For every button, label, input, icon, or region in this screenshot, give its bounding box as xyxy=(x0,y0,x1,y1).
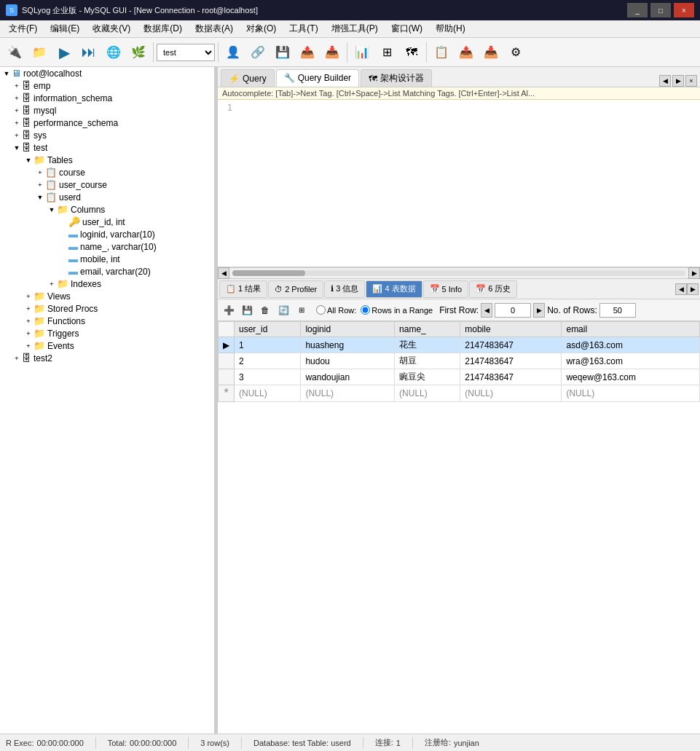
settings-button[interactable]: ⚙ xyxy=(504,41,527,64)
cell-user_id-1[interactable]: 1 xyxy=(235,337,301,353)
tree-col-name_[interactable]: ▬ name_, varchar(10) xyxy=(0,240,214,253)
th-mobile[interactable]: mobile xyxy=(460,322,562,337)
tree-db-sys[interactable]: + 🗄 sys xyxy=(0,129,214,141)
rows-range-radio-label[interactable]: Rows in a Range xyxy=(361,305,433,315)
first-row-prev-button[interactable]: ◀ xyxy=(481,303,492,318)
tree-folder-columns[interactable]: ▼ 📁 Columns xyxy=(0,203,214,216)
menu-window[interactable]: 窗口(W) xyxy=(385,22,428,36)
window-controls[interactable]: _ □ × xyxy=(627,3,694,17)
tree-folder-indexes[interactable]: + 📁 Indexes xyxy=(0,278,214,290)
menu-database[interactable]: 数据库(D) xyxy=(138,22,188,36)
cell-mobile-2[interactable]: 2147483647 xyxy=(460,353,562,369)
mysql-toggle[interactable]: + xyxy=(12,107,22,114)
import-button[interactable]: 🌿 xyxy=(127,41,150,64)
tree-folder-events[interactable]: + 📁 Events xyxy=(0,339,214,352)
tree-db-information_schema[interactable]: + 🗄 information_schema xyxy=(0,92,214,104)
cell-loginid-3[interactable]: wandoujian xyxy=(301,369,395,385)
data-save-button[interactable]: 💾 xyxy=(239,302,255,318)
all-row-radio[interactable] xyxy=(316,305,326,315)
tree-table-userd[interactable]: ▼ 📋 userd xyxy=(0,191,214,203)
cell-loginid-2[interactable]: hudou xyxy=(301,353,395,369)
refresh-button[interactable]: 🌐 xyxy=(102,41,125,64)
maximize-button[interactable]: □ xyxy=(650,3,671,17)
cell-mobile-3[interactable]: 2147483647 xyxy=(460,369,562,385)
table-row-new[interactable]: * (NULL) (NULL) (NULL) (NULL) (NULL) xyxy=(219,385,700,402)
test-toggle[interactable]: ▼ xyxy=(12,144,22,152)
no-of-rows-input[interactable] xyxy=(599,303,636,318)
columns-toggle[interactable]: ▼ xyxy=(47,206,57,213)
data-delete-button[interactable]: 🗑 xyxy=(257,302,273,318)
cell-name_-1[interactable]: 花生 xyxy=(395,337,460,353)
triggers-toggle[interactable]: + xyxy=(23,330,34,337)
user_course-toggle[interactable]: + xyxy=(35,181,45,189)
scroll-left-button[interactable]: ◀ xyxy=(218,267,229,279)
tab-query[interactable]: ⚡ Query xyxy=(221,69,275,87)
th-loginid[interactable]: loginid xyxy=(301,322,395,337)
tree-db-emp[interactable]: + 🗄 emp xyxy=(0,79,214,92)
cell-mobile-new[interactable]: (NULL) xyxy=(460,385,562,402)
grid-button[interactable]: ⊞ xyxy=(375,41,398,64)
tab-next-button[interactable]: ▶ xyxy=(672,75,684,87)
result-tab-results[interactable]: 📋 1 结果 xyxy=(219,280,267,298)
menu-object[interactable]: 对象(O) xyxy=(240,22,282,36)
cell-mobile-1[interactable]: 2147483647 xyxy=(460,337,562,353)
data-refresh-button[interactable]: 🔄 xyxy=(275,302,291,318)
tree-folder-tables[interactable]: ▼ 📁 Tables xyxy=(0,154,214,166)
cell-loginid-1[interactable]: huasheng xyxy=(301,337,395,353)
tree-col-email[interactable]: ▬ email, varchar(20) xyxy=(0,265,214,278)
test2-toggle[interactable]: + xyxy=(12,355,22,362)
download-button[interactable]: 📥 xyxy=(320,41,344,64)
save-button[interactable]: 💾 xyxy=(271,41,294,64)
results-next-button[interactable]: ▶ xyxy=(687,283,699,295)
copy-button[interactable]: 📋 xyxy=(430,41,453,64)
th-user_id[interactable]: user_id xyxy=(235,322,301,337)
menu-enhanced-tools[interactable]: 增强工具(P) xyxy=(326,22,384,36)
tree-root[interactable]: ▼ 🖥 root@localhost xyxy=(0,67,214,79)
tree-table-user_course[interactable]: + 📋 user_course xyxy=(0,178,214,191)
menu-datatable[interactable]: 数据表(A) xyxy=(189,22,239,36)
tab-prev-button[interactable]: ◀ xyxy=(659,75,671,87)
sys-toggle[interactable]: + xyxy=(12,132,22,139)
th-email[interactable]: email xyxy=(562,322,700,337)
perfschema-toggle[interactable]: + xyxy=(12,119,22,127)
cell-email-1[interactable]: asd@163.com xyxy=(562,337,700,353)
results-prev-button[interactable]: ◀ xyxy=(675,283,687,295)
connect-button[interactable]: 🔗 xyxy=(246,41,270,64)
tree-db-mysql[interactable]: + 🗄 mysql xyxy=(0,104,214,117)
functions-toggle[interactable]: + xyxy=(23,318,34,325)
menu-edit[interactable]: 编辑(E) xyxy=(44,22,85,36)
stored-procs-toggle[interactable]: + xyxy=(23,305,34,312)
cell-user_id-2[interactable]: 2 xyxy=(235,353,301,369)
import2-button[interactable]: 📥 xyxy=(479,41,503,64)
tree-db-performance_schema[interactable]: + 🗄 performance_schema xyxy=(0,117,214,129)
tree-db-test[interactable]: ▼ 🗄 test xyxy=(0,141,214,154)
result-tab-info[interactable]: ℹ 3 信息 xyxy=(324,280,365,298)
rows-range-radio[interactable] xyxy=(361,305,370,315)
events-toggle[interactable]: + xyxy=(23,342,34,350)
tree-folder-views[interactable]: + 📁 Views xyxy=(0,290,214,302)
scrollbar-thumb[interactable] xyxy=(232,270,305,276)
userd-toggle[interactable]: ▼ xyxy=(35,194,45,201)
cell-user_id-new[interactable]: (NULL) xyxy=(235,385,301,402)
tree-folder-functions[interactable]: + 📁 Functions xyxy=(0,315,214,327)
cell-user_id-3[interactable]: 3 xyxy=(235,369,301,385)
minimize-button[interactable]: _ xyxy=(627,3,648,17)
tab-nav[interactable]: ◀ ▶ × xyxy=(659,75,697,87)
open-button[interactable]: 📁 xyxy=(28,41,51,64)
execute-button[interactable]: ▶ xyxy=(52,41,76,64)
tree-col-user_id[interactable]: 🔑 user_id, int xyxy=(0,216,214,228)
infschema-toggle[interactable]: + xyxy=(12,95,22,102)
results-nav[interactable]: ◀ ▶ xyxy=(675,283,699,295)
all-row-radio-label[interactable]: All Row: xyxy=(316,305,356,315)
table-row[interactable]: ▶ 1 huasheng 花生 2147483647 asd@163.com xyxy=(219,337,700,353)
data-add-button[interactable]: ➕ xyxy=(221,302,237,318)
upload-button[interactable]: 📤 xyxy=(296,41,319,64)
root-toggle[interactable]: ▼ xyxy=(1,70,12,77)
cell-email-3[interactable]: weqew@163.com xyxy=(562,369,700,385)
first-row-input[interactable] xyxy=(495,303,531,318)
tree-folder-stored-procs[interactable]: + 📁 Stored Procs xyxy=(0,302,214,315)
views-toggle[interactable]: + xyxy=(23,293,34,300)
tree-col-loginid[interactable]: ▬ loginid, varchar(10) xyxy=(0,228,214,240)
first-row-next-button[interactable]: ▶ xyxy=(533,303,545,318)
user-button[interactable]: 👤 xyxy=(221,41,245,64)
